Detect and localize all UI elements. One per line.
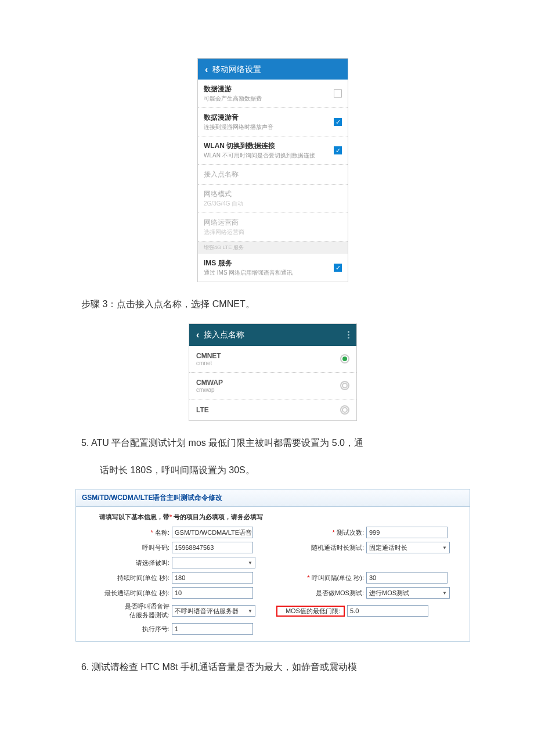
apn-screenshot: ‹ 接入点名称 CMNET cmnet CMWAP cmwap LTE	[189, 323, 357, 421]
highlight-mos-min: MOS值的最低门限:	[276, 606, 345, 617]
setting-row-carrier[interactable]: 网络运营商 选择网络运营商	[198, 213, 348, 242]
setting-row-data-roaming[interactable]: 数据漫游 可能会产生高额数据费	[198, 80, 348, 108]
mobile-network-settings-screenshot: ‹ 移动网络设置 数据漫游 可能会产生高额数据费 数据漫游音 连接到漫游网络时播…	[197, 58, 348, 282]
setting-row-roaming-sound[interactable]: 数据漫游音 连接到漫游网络时播放声音 ✓	[198, 108, 348, 136]
label-voice-eval: 是否呼叫语音评 估服务器测试:	[82, 602, 172, 620]
select-value: 进行MOS测试	[369, 589, 409, 597]
setting-sub: WLAN 不可用时询问是否要切换到数据连接	[204, 152, 315, 160]
label-exec-seq: 执行序号:	[82, 625, 172, 633]
setting-main: 接入点名称	[204, 170, 239, 179]
back-chevron-icon[interactable]: ‹	[205, 64, 208, 75]
form-row-do-mos: 是否做MOS测试: 进行MOS测试▼	[273, 585, 467, 600]
setting-main: IMS 服务	[204, 258, 293, 268]
select-called[interactable]: ▼	[172, 557, 255, 568]
setting-main: 网络运营商	[204, 218, 244, 228]
label-duration: 持续时间(单位 秒):	[82, 574, 172, 582]
atu-form-screenshot: GSM/TD/WCDMA/LTE语音主叫测试命令修改 请填写以下基本信息，带* …	[75, 489, 470, 642]
input-mos-min[interactable]: 5.0	[347, 605, 428, 617]
setting-main: 数据漫游	[204, 84, 262, 94]
input-duration[interactable]: 180	[172, 572, 253, 584]
select-voice-eval[interactable]: 不呼叫语音评估服务器▼	[172, 605, 255, 617]
setting-row-wlan-switch[interactable]: WLAN 切换到数据连接 WLAN 不可用时询问是否要切换到数据连接 ✓	[198, 136, 348, 165]
section-header-lte: 增强4G LTE 服务	[198, 242, 348, 254]
select-value: 固定通话时长	[369, 543, 407, 552]
label-mos-min: MOS值的最低门限:	[279, 607, 342, 615]
checkbox-checked[interactable]: ✓	[334, 118, 342, 126]
form-subtitle-post: 号的项目为必填项，请务必填写	[172, 513, 263, 520]
form-row-interval: * 呼叫间隔(单位 秒): 30	[273, 570, 467, 585]
select-random-dur[interactable]: 固定通话时长▼	[366, 542, 450, 553]
form-row-duration: 持续时间(单位 秒): 180	[78, 570, 273, 585]
mobile-header-title: 移动网络设置	[212, 64, 261, 75]
label-select-called: 请选择被叫:	[82, 559, 172, 567]
setting-main: 数据漫游音	[204, 113, 273, 123]
setting-row-ims[interactable]: IMS 服务 通过 IMS 网络启用增强语音和通讯 ✓	[198, 254, 348, 282]
setting-sub: 可能会产生高额数据费	[204, 95, 262, 103]
input-max-dur[interactable]: 10	[172, 587, 253, 599]
label-test-count: 测试次数:	[337, 529, 364, 536]
setting-row-network-mode[interactable]: 网络模式 2G/3G/4G 自动	[198, 185, 348, 213]
label-do-mos: 是否做MOS测试:	[276, 589, 366, 597]
form-subtitle-pre: 请填写以下基本信息，带	[99, 513, 169, 520]
form-row-select-called: 请选择被叫: ▼	[78, 555, 273, 570]
label-random-dur: 随机通话时长测试:	[276, 543, 366, 552]
apn-main: CMNET	[196, 352, 221, 360]
setting-row-apn[interactable]: 接入点名称	[198, 165, 348, 185]
setting-main: WLAN 切换到数据连接	[204, 141, 315, 151]
radio-unselected[interactable]	[340, 405, 349, 415]
form-row-max-dur: 最长通话时间(单位 秒): 10	[78, 585, 273, 600]
setting-sub: 连接到漫游网络时播放声音	[204, 123, 273, 131]
radio-unselected[interactable]	[340, 381, 349, 390]
mobile-header: ‹ 移动网络设置	[198, 59, 348, 80]
checkbox-unchecked[interactable]	[334, 89, 342, 98]
checkbox-checked[interactable]: ✓	[334, 146, 342, 154]
form-row-voice-eval: 是否呼叫语音评 估服务器测试: 不呼叫语音评估服务器▼	[78, 600, 273, 621]
input-name[interactable]: GSM/TD/WCDMA/LTE语音	[172, 527, 253, 538]
apn-main: CMWAP	[196, 379, 223, 387]
item5-text-line1: 5. ATU 平台配置测试计划 mos 最低门限主被叫都需要设置为 5.0，通	[81, 435, 464, 452]
select-do-mos[interactable]: 进行MOS测试▼	[366, 587, 450, 599]
label-interval: 呼叫间隔(单位 秒):	[312, 574, 364, 581]
apn-header-title: 接入点名称	[204, 330, 244, 340]
form-title: GSM/TD/WCDMA/LTE语音主叫测试命令修改	[76, 489, 470, 507]
setting-sub: 通过 IMS 网络启用增强语音和通讯	[204, 269, 293, 277]
form-row-call-num: 呼叫号码: 15968847563	[78, 540, 273, 555]
input-call-num[interactable]: 15968847563	[172, 542, 253, 553]
select-value: 不呼叫语音评估服务器	[175, 607, 239, 615]
setting-sub: 选择网络运营商	[204, 228, 244, 236]
input-exec-seq[interactable]: 1	[172, 623, 253, 635]
menu-dots-icon[interactable]	[348, 331, 349, 339]
form-row-name: * 名称: GSM/TD/WCDMA/LTE语音	[78, 525, 273, 540]
form-row-exec-seq: 执行序号: 1	[78, 621, 467, 636]
form-row-test-count: * 测试次数: 999	[273, 525, 467, 540]
input-interval[interactable]: 30	[366, 572, 448, 584]
setting-main: 网络模式	[204, 189, 243, 199]
radio-selected[interactable]	[340, 354, 349, 363]
apn-sub: cmnet	[196, 360, 221, 366]
form-grid: * 名称: GSM/TD/WCDMA/LTE语音 * 测试次数: 999 呼叫号…	[76, 525, 470, 641]
apn-row-cmwap[interactable]: CMWAP cmwap	[189, 373, 356, 399]
apn-row-cmnet[interactable]: CMNET cmnet	[189, 346, 356, 373]
label-call-num: 呼叫号码:	[82, 543, 172, 552]
label-max-dur: 最长通话时间(单位 秒):	[82, 589, 172, 597]
setting-sub: 2G/3G/4G 自动	[204, 200, 243, 208]
apn-main: LTE	[196, 406, 209, 414]
label-name: 名称:	[155, 529, 169, 536]
apn-row-lte[interactable]: LTE	[189, 399, 356, 420]
input-test-count[interactable]: 999	[366, 527, 448, 538]
item5-text-line2: 话时长 180S，呼叫间隔设置为 30S。	[81, 462, 464, 479]
form-row-mos-min: MOS值的最低门限: 5.0	[273, 600, 467, 621]
item6-text: 6. 测试请检查 HTC M8t 手机通话音量是否为最大，如静音或震动模	[81, 659, 464, 676]
form-row-empty	[273, 555, 467, 570]
apn-sub: cmwap	[196, 387, 223, 393]
back-chevron-icon[interactable]: ‹	[196, 330, 199, 340]
step3-text: 步骤 3：点击接入点名称，选择 CMNET。	[81, 296, 464, 313]
form-subtitle: 请填写以下基本信息，带* 号的项目为必填项，请务必填写	[76, 507, 470, 525]
form-row-random-dur: 随机通话时长测试: 固定通话时长▼	[273, 540, 467, 555]
apn-header: ‹ 接入点名称	[189, 324, 356, 346]
checkbox-checked[interactable]: ✓	[334, 264, 342, 272]
